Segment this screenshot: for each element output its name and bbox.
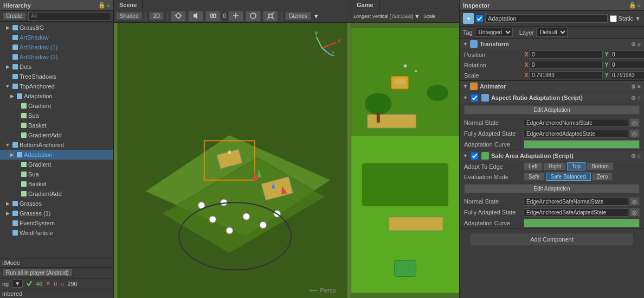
scale-x-field[interactable]: [530, 71, 603, 79]
aspect-ratio-menu-icon[interactable]: ≡: [637, 95, 641, 101]
rot-x-field[interactable]: [530, 61, 603, 69]
tag-select[interactable]: Untagged: [475, 28, 513, 37]
transform-header[interactable]: ▼ Transform ⚙ ≡: [460, 39, 644, 49]
safe-area-header[interactable]: ▼ Safe Area Adaptation (Script) ⚙ ≡: [460, 150, 644, 161]
safe-area-settings-icon[interactable]: ⚙: [631, 153, 636, 159]
tree-item-gradient-bot[interactable]: Gradient: [0, 160, 113, 169]
svg-rect-83: [482, 153, 486, 157]
bottom-btn[interactable]: Bottom: [587, 162, 614, 170]
tree-item-adaptation-top[interactable]: ▶ Adaptation: [0, 91, 113, 101]
static-arrow[interactable]: ▼: [635, 15, 641, 22]
gizmos-button[interactable]: Gizmos: [285, 12, 311, 20]
hierarchy-search-bar: Create: [0, 11, 113, 22]
safe-area-menu-icon[interactable]: ≡: [637, 153, 641, 159]
tree-item-topanchored[interactable]: ▼ TopAnchored: [0, 81, 113, 91]
inspector-menu-icon[interactable]: ≡: [637, 2, 641, 9]
fully-adapted-btn[interactable]: ◎: [629, 129, 640, 138]
add-component-button[interactable]: Add Component: [471, 233, 633, 245]
tree-item-grasses1[interactable]: ▶ Grasses (1): [0, 208, 113, 218]
menu-icon[interactable]: ≡: [107, 2, 110, 9]
tree-item-sua-bot[interactable]: Sua: [0, 169, 113, 179]
adaptation-curve-1[interactable]: [524, 140, 640, 149]
pos-x-field[interactable]: [530, 50, 603, 59]
tab-scene[interactable]: Scene: [114, 0, 143, 10]
effects-button[interactable]: [205, 11, 221, 22]
svg-rect-10: [21, 123, 27, 128]
safe-normal-state-btn[interactable]: ◎: [629, 197, 640, 206]
tree-item-gradientadd-bot[interactable]: GradientAdd: [0, 189, 113, 199]
tree-item-basket-bot[interactable]: Basket: [0, 179, 113, 189]
adapt-edge-buttons: Left Right Top Bottom: [524, 162, 614, 170]
tree-item-treeshadows[interactable]: TreeShadows: [0, 72, 113, 81]
tree-item-artshadow1[interactable]: ArtShadow (1): [0, 42, 113, 52]
tree-item-grasses[interactable]: ▶ Grasses: [0, 199, 113, 208]
aspect-ratio-settings-icon[interactable]: ⚙: [631, 95, 636, 101]
safe-area-active[interactable]: [471, 153, 478, 160]
layer-select[interactable]: Default: [536, 28, 568, 37]
transform-menu-icon[interactable]: ≡: [637, 41, 641, 47]
right-btn[interactable]: Right: [544, 162, 566, 170]
tree-item-basket-top[interactable]: Basket: [0, 121, 113, 130]
animator-settings-icon[interactable]: ⚙: [631, 84, 636, 90]
pos-y-field[interactable]: [610, 50, 644, 59]
move-button[interactable]: [228, 11, 243, 22]
tree-item-windparticle[interactable]: WindParticle: [0, 228, 113, 238]
safe-adaptation-curve[interactable]: [524, 219, 640, 227]
static-checkbox[interactable]: [610, 15, 617, 22]
gameobject-icon-topanchored: [11, 82, 20, 91]
light-button[interactable]: [171, 11, 186, 22]
svg-point-22: [176, 14, 181, 18]
animator-header[interactable]: ▼ Animator ⚙ ≡: [460, 81, 644, 92]
tab-game[interactable]: Game: [351, 0, 379, 10]
fully-adapted-input[interactable]: [524, 130, 628, 138]
tree-item-dots[interactable]: ▶ Dots: [0, 62, 113, 72]
gameobject-icon-artshadow2: [11, 53, 20, 61]
safe-normal-state-input[interactable]: [524, 198, 628, 206]
shaded-button[interactable]: Shaded: [116, 12, 142, 20]
obj-name-input[interactable]: [485, 14, 608, 23]
transform-settings-icon[interactable]: ⚙: [631, 41, 636, 47]
game-toolbar: Longest Vertical (720:1560) ▼ Scale: [351, 10, 459, 23]
tree-item-bottomanchored[interactable]: ▼ BottomAnchored: [0, 140, 113, 150]
rot-y-field[interactable]: [610, 61, 644, 69]
edit-adaptation-btn-1[interactable]: Edit Adaptation: [464, 105, 640, 115]
create-button[interactable]: Create: [2, 12, 26, 20]
rotate-button[interactable]: [246, 11, 261, 22]
tree-item-sua-top[interactable]: Sua: [0, 111, 113, 121]
tree-item-eventsystem[interactable]: EventSystem: [0, 218, 113, 228]
safe-fully-adapted-btn[interactable]: ◎: [629, 208, 640, 217]
zero-btn[interactable]: Zero: [592, 173, 613, 181]
scale-button[interactable]: [263, 11, 278, 22]
tree-item-grassbg[interactable]: ▶ GrassBG: [0, 23, 113, 33]
dropdown-ng[interactable]: ▼: [12, 280, 23, 288]
left-btn[interactable]: Left: [524, 162, 543, 170]
search-input[interactable]: [28, 12, 111, 21]
gizmos-arrow[interactable]: ▼: [313, 13, 319, 20]
audio-button[interactable]: [188, 11, 203, 22]
tree-item-artshadow2[interactable]: ArtShadow (2): [0, 52, 113, 62]
aspect-arrow[interactable]: ▼: [414, 13, 420, 20]
tree-item-adaptation-bot[interactable]: ▶ Adaptation: [0, 150, 113, 160]
svg-rect-19: [12, 211, 18, 216]
arrow-topanchored: ▼: [4, 84, 11, 89]
aspect-ratio-header[interactable]: ▼ Aspect Ratio Adaptation (Script) ⚙ ≡: [460, 92, 644, 103]
tree-item-gradientadd-top[interactable]: GradientAdd: [0, 130, 113, 140]
normal-state-input[interactable]: [524, 119, 628, 127]
scale-y-field[interactable]: [610, 71, 644, 79]
safe-balanced-btn[interactable]: Safe Balanced: [546, 173, 591, 181]
edit-adaptation-btn-2[interactable]: Edit Adaptation: [464, 184, 640, 193]
normal-state-btn[interactable]: ◎: [629, 118, 640, 127]
tree-item-gradient-top[interactable]: Gradient: [0, 101, 113, 111]
animator-menu-icon[interactable]: ≡: [637, 84, 641, 90]
2d-button[interactable]: 2D: [149, 12, 164, 20]
safe-fully-adapted-input[interactable]: [524, 208, 628, 217]
safe-area-edit-row: Edit Adaptation: [460, 182, 644, 196]
run-all-button[interactable]: Run all in player (Android): [2, 269, 73, 277]
lock-icon[interactable]: 🔒: [98, 2, 106, 9]
obj-active-checkbox[interactable]: [476, 15, 483, 22]
tree-item-artshadow[interactable]: ArtShadow: [0, 33, 113, 42]
safe-btn[interactable]: Safe: [524, 173, 545, 181]
inspector-lock-icon[interactable]: 🔒: [629, 2, 636, 9]
top-btn[interactable]: Top: [567, 162, 585, 170]
aspect-ratio-active[interactable]: [471, 94, 478, 102]
